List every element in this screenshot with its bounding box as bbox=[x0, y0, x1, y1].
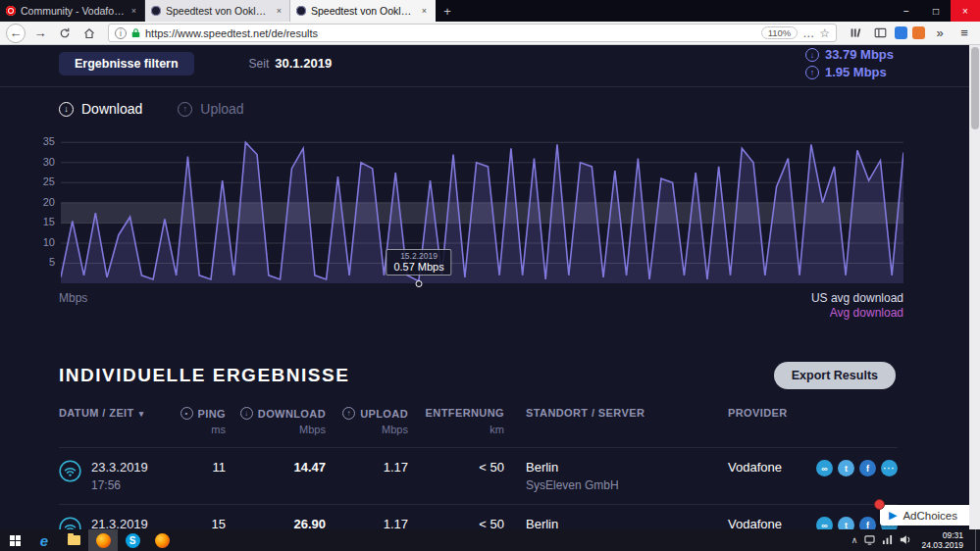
result-date: 21.3.2019 bbox=[91, 517, 148, 529]
col-provider-header[interactable]: PROVIDER bbox=[724, 407, 810, 419]
tab-close-icon[interactable]: × bbox=[129, 6, 138, 16]
result-city: Berlin bbox=[526, 460, 724, 475]
browser-icon[interactable] bbox=[147, 529, 177, 551]
tab-speedtest-1[interactable]: Speedtest von Ookla - Der um × bbox=[145, 0, 290, 22]
download-circle-icon: ↓ bbox=[59, 102, 74, 117]
tab-download-label: Download bbox=[81, 101, 142, 117]
table-units-row: ms Mbps Mbps km bbox=[59, 424, 898, 435]
back-button[interactable]: ← bbox=[6, 24, 26, 43]
ping-icon: • bbox=[181, 407, 193, 420]
sidebar-icon[interactable] bbox=[870, 24, 890, 43]
sort-caret-icon: ▾ bbox=[139, 409, 144, 419]
home-icon[interactable] bbox=[79, 24, 99, 43]
page-actions-icon[interactable]: … bbox=[802, 26, 814, 40]
volume-icon[interactable] bbox=[900, 531, 911, 549]
col-ping-header[interactable]: •PING bbox=[169, 407, 226, 420]
bookmark-star-icon[interactable]: ☆ bbox=[819, 26, 830, 40]
y-tick-label: 35 bbox=[43, 135, 55, 147]
table-row[interactable]: 23.3.2019 17:56 11 14.47 1.17 < 50 Berli… bbox=[59, 447, 898, 504]
network-icon[interactable] bbox=[882, 531, 893, 549]
tab-speedtest-2-active[interactable]: Speedtest von Ookla - Der um × bbox=[290, 0, 436, 22]
library-icon[interactable] bbox=[846, 24, 865, 43]
taskbar-clock[interactable]: 09:31 24.03.2019 bbox=[918, 530, 968, 550]
tab-close-icon[interactable]: × bbox=[275, 6, 284, 16]
notification-dot bbox=[874, 499, 885, 510]
new-tab-button[interactable]: + bbox=[436, 0, 459, 22]
download-arrow-icon: ↓ bbox=[805, 48, 819, 62]
tabbar-spacer bbox=[459, 0, 892, 22]
adchoices-badge[interactable]: ▶ AdChoices bbox=[880, 505, 969, 526]
tab-vodafone-community[interactable]: Community - Vodafone Kabel × bbox=[0, 0, 145, 22]
maximize-button[interactable]: □ bbox=[921, 0, 951, 22]
chart-legend: US avg download Avg download bbox=[811, 291, 903, 321]
display-icon[interactable] bbox=[864, 531, 875, 549]
download-icon: ↓ bbox=[240, 407, 253, 420]
hidden-icons-chevron[interactable]: ∧ bbox=[851, 535, 858, 545]
facebook-icon[interactable]: f bbox=[859, 517, 876, 529]
y-tick-label: 10 bbox=[43, 236, 55, 248]
chart-y-axis: 3530252015105 bbox=[29, 134, 61, 283]
since-date[interactable]: 30.1.2019 bbox=[275, 56, 332, 71]
y-tick-label: 15 bbox=[43, 216, 55, 227]
reload-icon[interactable] bbox=[55, 24, 75, 43]
overflow-chevron-icon[interactable]: » bbox=[930, 24, 950, 43]
facebook-icon[interactable]: f bbox=[859, 460, 876, 476]
page-scrollbar[interactable] bbox=[969, 45, 980, 529]
skype-icon[interactable]: S bbox=[118, 529, 147, 551]
browser-tab-bar: Community - Vodafone Kabel × Speedtest v… bbox=[0, 0, 980, 22]
firefox-icon[interactable] bbox=[88, 529, 118, 551]
forward-button[interactable]: → bbox=[30, 24, 50, 43]
tooltip-value: 0.57 Mbps bbox=[393, 261, 443, 273]
col-distance-header[interactable]: ENTFERNUNG bbox=[408, 407, 504, 419]
show-desktop-button[interactable] bbox=[975, 529, 980, 551]
chart-footer: Mbps US avg download Avg download bbox=[59, 291, 903, 321]
close-button[interactable]: × bbox=[951, 0, 980, 22]
since-word: Seit bbox=[249, 57, 270, 71]
tab-upload[interactable]: ↑ Upload bbox=[178, 101, 243, 117]
result-date: 23.3.2019 bbox=[91, 460, 148, 475]
site-info-icon[interactable]: i bbox=[115, 27, 127, 39]
col-date-header[interactable]: DATUM / ZEIT▾ bbox=[59, 407, 169, 419]
url-text[interactable]: https://www.speedtest.net/de/results bbox=[145, 27, 756, 39]
result-ping: 15 bbox=[169, 517, 226, 529]
results-table: DATUM / ZEIT▾ •PING ↓DOWNLOAD ↑UPLOAD EN… bbox=[59, 407, 898, 529]
address-bar[interactable]: i https://www.speedtest.net/de/results 1… bbox=[108, 24, 837, 42]
table-row[interactable]: 21.3.2019 16:57 15 26.90 1.17 < 50 Berli… bbox=[59, 504, 898, 529]
chart-plot[interactable]: 15.2.2019 0.57 Mbps bbox=[61, 134, 903, 283]
clock-time: 09:31 bbox=[921, 530, 963, 540]
result-time: 17:56 bbox=[91, 478, 148, 492]
legend-avg-download[interactable]: Avg download bbox=[811, 306, 903, 321]
chart-metric-tabs: ↓ Download ↑ Upload bbox=[0, 87, 980, 117]
tab-download[interactable]: ↓ Download bbox=[59, 101, 142, 117]
extension-icon-blue[interactable] bbox=[895, 26, 907, 39]
windows-logo-icon bbox=[10, 535, 21, 546]
tooltip-date: 15.2.2019 bbox=[393, 251, 443, 261]
windows-taskbar: e S ∧ 09:31 24.03.2019 bbox=[0, 529, 980, 551]
menu-icon[interactable]: ≡ bbox=[954, 24, 974, 43]
extension-icon-orange[interactable] bbox=[912, 26, 925, 39]
adchoices-label: AdChoices bbox=[903, 510, 957, 522]
minimize-button[interactable]: − bbox=[892, 0, 921, 22]
col-server-header[interactable]: STANDORT / SERVER bbox=[504, 407, 724, 419]
export-results-button[interactable]: Export Results bbox=[774, 362, 896, 389]
twitter-icon[interactable]: t bbox=[838, 517, 854, 529]
zoom-indicator[interactable]: 110% bbox=[761, 26, 799, 39]
results-chart-area: 3530252015105 15.2.2019 0.57 Mbps bbox=[29, 134, 903, 283]
col-download-header[interactable]: ↓DOWNLOAD bbox=[226, 407, 326, 420]
scrollbar-thumb[interactable] bbox=[971, 47, 979, 129]
result-distance: < 50 bbox=[408, 460, 504, 475]
start-button[interactable] bbox=[0, 529, 29, 551]
col-upload-header[interactable]: ↑UPLOAD bbox=[326, 407, 408, 420]
file-explorer-icon[interactable] bbox=[59, 529, 88, 551]
tab-title: Speedtest von Ookla - Der um bbox=[166, 5, 270, 17]
speedtest-results-page: Ergebnisse filtern Seit30.1.2019 ↓ 33.79… bbox=[0, 45, 980, 529]
share-link-icon[interactable]: ∞ bbox=[816, 517, 833, 529]
speedtest-favicon bbox=[151, 6, 161, 16]
twitter-icon[interactable]: t bbox=[838, 460, 854, 476]
edge-icon[interactable]: e bbox=[29, 529, 59, 551]
tab-close-icon[interactable]: × bbox=[420, 6, 429, 16]
filter-results-button[interactable]: Ergebnisse filtern bbox=[59, 52, 194, 75]
upload-circle-icon: ↑ bbox=[178, 102, 192, 117]
more-options-icon[interactable]: ··· bbox=[881, 460, 898, 476]
share-link-icon[interactable]: ∞ bbox=[816, 460, 833, 476]
